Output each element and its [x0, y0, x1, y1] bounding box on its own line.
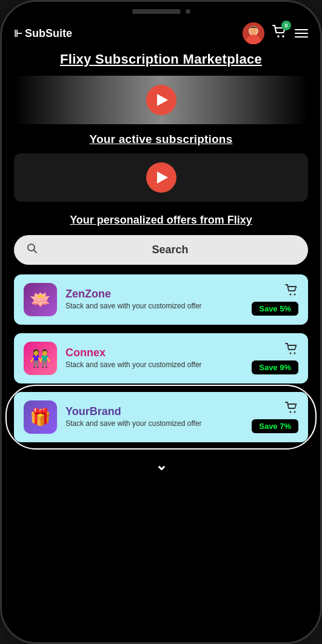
yourbrand-desc: Stack and save with your customized offe… — [65, 419, 252, 429]
connex-info: Connex Stack and save with your customiz… — [65, 347, 252, 370]
menu-button[interactable] — [295, 29, 308, 38]
connex-desc: Stack and save with your customized offe… — [65, 360, 252, 370]
play-button-active[interactable] — [146, 162, 176, 193]
zenzone-name: ZenZone — [65, 288, 252, 300]
zenzone-cart-icon[interactable] — [285, 284, 298, 299]
phone-screen: ⊩ SubSuite — [2, 2, 320, 642]
svg-point-8 — [294, 293, 296, 295]
header: ⊩ SubSuite — [2, 18, 320, 51]
yourbrand-info: YourBrand Stack and save with your custo… — [65, 405, 252, 429]
cart-badge: 0 — [281, 21, 291, 30]
logo[interactable]: ⊩ SubSuite — [14, 27, 72, 40]
offer-card-yourbrand[interactable]: 🎁 YourBrand Stack and save with your cus… — [14, 392, 308, 442]
offer-card-zenzone[interactable]: 🪷 ZenZone Stack and save with your custo… — [14, 274, 308, 325]
connex-right: Save 9% — [252, 343, 298, 374]
search-bar[interactable]: Search — [14, 235, 308, 265]
video-banner-top[interactable] — [14, 76, 308, 124]
svg-point-10 — [294, 352, 296, 354]
zenzone-icon: 🪷 — [24, 283, 57, 316]
connex-cart-icon[interactable] — [285, 343, 298, 358]
marketplace-title: Flixy Subscription Marketplace — [14, 51, 308, 67]
svg-point-7 — [290, 293, 292, 295]
play-triangle-active — [157, 171, 168, 184]
connex-name: Connex — [65, 347, 252, 359]
svg-point-12 — [294, 411, 296, 413]
avatar[interactable] — [243, 22, 264, 44]
zenzone-info: ZenZone Stack and save with your customi… — [65, 288, 252, 311]
menu-line-1 — [295, 29, 308, 30]
yourbrand-cart-icon[interactable] — [285, 402, 298, 417]
connex-save-badge: Save 9% — [252, 360, 298, 374]
svg-point-5 — [282, 35, 284, 38]
cart-button[interactable]: 0 — [272, 24, 287, 42]
phone-frame: ⊩ SubSuite — [0, 0, 322, 644]
yourbrand-name: YourBrand — [65, 405, 252, 418]
play-button-top[interactable] — [146, 85, 176, 115]
connex-icon: 👫 — [24, 342, 57, 375]
svg-point-4 — [277, 35, 280, 38]
notch-pill — [132, 9, 181, 14]
scroll-indicator[interactable]: ⌄ — [14, 451, 308, 476]
avatar-svg — [243, 22, 264, 44]
play-triangle-top — [157, 94, 168, 106]
status-bar — [2, 2, 320, 18]
content: Flixy Subscription Marketplace Your acti… — [2, 51, 320, 642]
menu-line-2 — [295, 33, 308, 34]
offer-card-connex[interactable]: 👫 Connex Stack and save with your custom… — [14, 333, 308, 383]
yourbrand-wrapper: 🎁 YourBrand Stack and save with your cus… — [14, 392, 308, 442]
logo-text: SubSuite — [25, 27, 72, 40]
search-icon — [26, 242, 38, 257]
yourbrand-icon: 🎁 — [24, 400, 57, 434]
search-text: Search — [44, 244, 296, 256]
svg-point-9 — [290, 352, 292, 354]
yourbrand-right: Save 7% — [252, 402, 298, 433]
logo-icon: ⊩ — [14, 28, 22, 39]
yourbrand-save-badge: Save 7% — [252, 419, 298, 433]
zenzone-save-badge: Save 5% — [252, 302, 298, 316]
active-sub-video[interactable] — [14, 153, 308, 202]
active-subs-title: Your active subscriptions — [14, 133, 308, 146]
zenzone-desc: Stack and save with your customized offe… — [65, 302, 252, 311]
svg-point-11 — [290, 411, 292, 413]
offers-title: Your personalized offers from Flixy — [14, 214, 308, 227]
notch-dot — [186, 9, 190, 14]
menu-line-3 — [295, 36, 308, 38]
zenzone-right: Save 5% — [252, 284, 298, 316]
svg-point-3 — [250, 27, 257, 35]
chevron-down-icon: ⌄ — [155, 457, 167, 474]
header-icons: 0 — [243, 22, 308, 44]
